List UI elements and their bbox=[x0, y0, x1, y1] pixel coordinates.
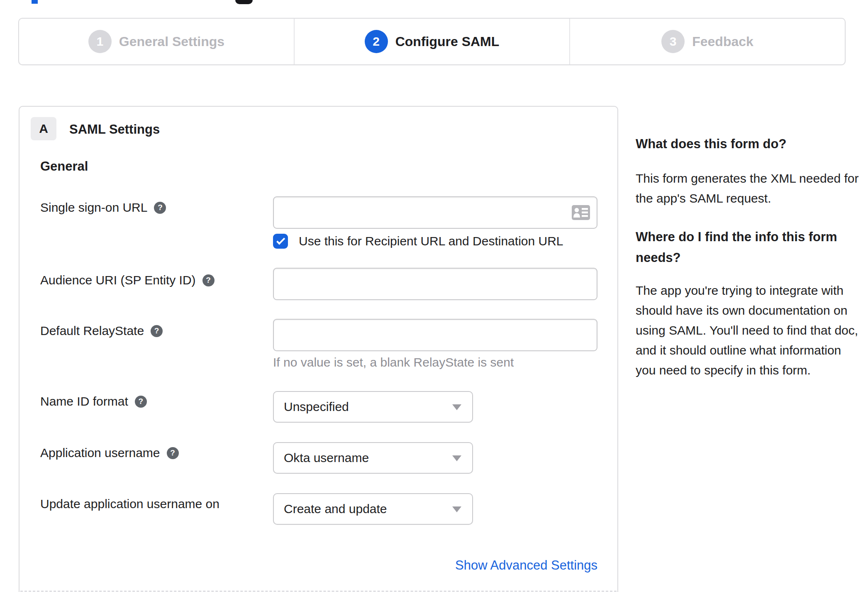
sso-url-input[interactable] bbox=[274, 197, 597, 228]
step-3-label: Feedback bbox=[692, 34, 753, 49]
relaystate-input[interactable] bbox=[274, 320, 597, 350]
name-id-format-value: Unspecified bbox=[274, 400, 349, 414]
advanced-link-wrap: Show Advanced Settings bbox=[273, 558, 597, 573]
relaystate-label: Default RelayState bbox=[40, 324, 144, 338]
audience-uri-label-row: Audience URI (SP Entity ID) ? bbox=[40, 273, 215, 287]
app-username-select[interactable]: Okta username bbox=[273, 442, 473, 474]
relaystate-field-wrap bbox=[273, 319, 597, 351]
help-sidebar: What does this form do? This form genera… bbox=[636, 134, 860, 380]
cropped-title-fragment bbox=[235, 0, 253, 4]
step-general-settings[interactable]: 1 General Settings bbox=[19, 19, 294, 64]
chevron-down-icon bbox=[452, 506, 461, 512]
relaystate-label-row: Default RelayState ? bbox=[40, 324, 163, 338]
update-username-label-row: Update application username on bbox=[40, 497, 219, 511]
app-username-label: Application username bbox=[40, 446, 160, 460]
step-configure-saml[interactable]: 2 Configure SAML bbox=[294, 19, 569, 64]
sidebar-answer-1: This form generates the XML needed for t… bbox=[636, 169, 860, 208]
name-id-format-label-row: Name ID format ? bbox=[40, 394, 147, 409]
help-icon[interactable]: ? bbox=[154, 202, 166, 214]
name-id-format-select[interactable]: Unspecified bbox=[273, 391, 473, 423]
name-id-format-label: Name ID format bbox=[40, 394, 128, 409]
step-1-label: General Settings bbox=[119, 34, 224, 49]
sidebar-question-2: Where do I find the info this form needs… bbox=[636, 227, 851, 268]
step-2-label: Configure SAML bbox=[395, 34, 500, 49]
check-icon bbox=[276, 236, 285, 245]
audience-uri-field-wrap bbox=[273, 268, 597, 300]
relaystate-hint: If no value is set, a blank RelayState i… bbox=[273, 355, 514, 369]
wizard-stepper: 1 General Settings 2 Configure SAML 3 Fe… bbox=[18, 18, 846, 65]
audience-uri-input[interactable] bbox=[274, 269, 597, 299]
section-badge-a: A bbox=[31, 117, 56, 140]
update-username-label: Update application username on bbox=[40, 497, 219, 511]
contact-card-icon[interactable] bbox=[572, 205, 590, 220]
step-feedback[interactable]: 3 Feedback bbox=[569, 19, 845, 64]
section-dashed-divider bbox=[20, 591, 617, 592]
cropped-logo-fragment bbox=[32, 0, 38, 4]
help-icon[interactable]: ? bbox=[167, 447, 179, 459]
group-title-general: General bbox=[40, 159, 88, 174]
chevron-down-icon bbox=[452, 404, 461, 410]
update-username-value: Create and update bbox=[274, 502, 387, 516]
configure-saml-page: 1 General Settings 2 Configure SAML 3 Fe… bbox=[0, 0, 868, 592]
help-icon[interactable]: ? bbox=[135, 396, 147, 408]
update-username-select[interactable]: Create and update bbox=[273, 493, 473, 525]
recipient-url-checkbox-label: Use this for Recipient URL and Destinati… bbox=[299, 234, 563, 248]
step-1-circle: 1 bbox=[88, 30, 112, 53]
saml-settings-card: A SAML Settings General Single sign-on U… bbox=[19, 106, 618, 592]
chevron-down-icon bbox=[452, 455, 461, 461]
help-icon[interactable]: ? bbox=[202, 274, 215, 286]
recipient-url-checkbox[interactable] bbox=[273, 234, 288, 249]
help-icon[interactable]: ? bbox=[151, 325, 163, 337]
sidebar-question-1: What does this form do? bbox=[636, 134, 860, 154]
step-2-circle: 2 bbox=[365, 30, 388, 53]
sso-url-label: Single sign-on URL bbox=[40, 201, 147, 215]
app-username-label-row: Application username ? bbox=[40, 446, 179, 460]
sso-url-field-wrap bbox=[273, 196, 597, 229]
show-advanced-settings-link[interactable]: Show Advanced Settings bbox=[455, 558, 597, 572]
section-title: SAML Settings bbox=[69, 122, 160, 137]
step-3-circle: 3 bbox=[661, 30, 685, 53]
recipient-url-checkbox-row[interactable]: Use this for Recipient URL and Destinati… bbox=[273, 234, 563, 249]
audience-uri-label: Audience URI (SP Entity ID) bbox=[40, 273, 196, 287]
sso-url-label-row: Single sign-on URL ? bbox=[40, 201, 166, 215]
sidebar-answer-2: The app you're trying to integrate with … bbox=[636, 281, 860, 380]
app-username-value: Okta username bbox=[274, 451, 369, 465]
